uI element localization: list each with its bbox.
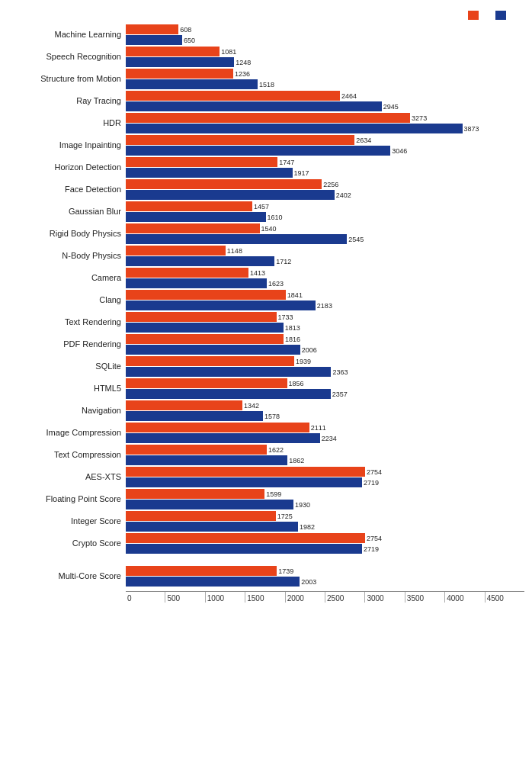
blue-bar-wrapper: 1982: [126, 522, 524, 532]
blue-bar-wrapper: 1518: [126, 79, 524, 89]
orange-bar-label: 1816: [285, 336, 300, 343]
bars-group: 15402545: [126, 223, 524, 244]
orange-bar-wrapper: 608: [126, 24, 524, 34]
orange-bar-wrapper: 2111: [126, 423, 524, 432]
row-label: Ray Tracing: [8, 96, 126, 106]
orange-bar-label: 2754: [367, 468, 382, 476]
orange-bar-wrapper: 2634: [126, 135, 524, 145]
blue-bar: [126, 212, 266, 222]
orange-bar-label: 608: [180, 26, 191, 34]
blue-bar-label: 650: [184, 37, 195, 44]
orange-bar-wrapper: 1939: [126, 356, 524, 366]
blue-bar-label: 2003: [301, 578, 316, 586]
orange-bar: [126, 312, 277, 322]
chart-row: SQLite19392363: [8, 356, 524, 377]
orange-bar-wrapper: 1622: [126, 445, 524, 455]
blue-bar-wrapper: 1813: [126, 323, 524, 333]
chart-row: Clang18412183: [8, 290, 524, 310]
blue-bar: [126, 234, 347, 244]
x-tick: 3000: [364, 592, 404, 603]
bars-group: 32733873: [126, 113, 524, 133]
orange-bar-label: 1725: [277, 513, 293, 520]
orange-bar: [126, 157, 277, 167]
blue-bar-wrapper: 3873: [126, 124, 524, 133]
orange-bar-wrapper: 1236: [126, 69, 524, 79]
chart-row: PDF Rendering18162006: [8, 334, 524, 355]
blue-bar-label: 1610: [268, 214, 283, 221]
chart-row: Rigid Body Physics15402545: [8, 223, 524, 244]
orange-bar-wrapper: 1342: [126, 400, 524, 410]
blue-bar: [126, 35, 182, 45]
chart-row: Image Inpainting26343046: [8, 135, 524, 156]
orange-bar-wrapper: 1733: [126, 312, 524, 322]
row-label: Face Detection: [8, 185, 126, 194]
blue-bar: [126, 433, 320, 443]
orange-bar: [126, 135, 354, 145]
blue-bar: [126, 190, 335, 200]
blue-bar-wrapper: 2003: [126, 577, 524, 587]
orange-bar: [126, 489, 264, 499]
orange-bar-wrapper: 2464: [126, 91, 524, 101]
orange-bar: [126, 423, 309, 432]
x-tick: 3500: [405, 592, 444, 603]
blue-bar-label: 2183: [317, 302, 332, 310]
blue-bar-label: 2006: [302, 346, 317, 354]
chart-row: AES-XTS27542719: [8, 467, 524, 487]
orange-bar-label: 2111: [311, 424, 326, 432]
row-label: Floating Point Score: [8, 494, 126, 504]
blue-bar: [126, 256, 274, 266]
blue-bar: [126, 544, 362, 554]
bars-group: 17471917: [126, 157, 524, 178]
blue-bar-wrapper: 1578: [126, 411, 524, 421]
bars-group: 17251982: [126, 511, 524, 532]
blue-bar-label: 1248: [236, 59, 251, 66]
blue-bar-wrapper: 2234: [126, 433, 524, 443]
bars-group: 10811248: [126, 47, 524, 67]
chart-row: Machine Learning608650: [8, 24, 524, 45]
orange-bar-label: 3273: [412, 114, 427, 122]
orange-bar-label: 1747: [279, 159, 294, 166]
bars-group: 11481712: [126, 246, 524, 266]
blue-bar-label: 2402: [336, 191, 351, 199]
row-label: HTML5: [8, 384, 126, 394]
bars-group: 13421578: [126, 400, 524, 421]
chart-row: Navigation13421578: [8, 400, 524, 421]
row-label: Speech Recognition: [8, 52, 126, 62]
orange-bar-wrapper: 1457: [126, 201, 524, 211]
blue-bar-label: 2945: [383, 103, 399, 111]
bars-group: 12361518: [126, 69, 524, 89]
blue-bar-label: 1578: [264, 413, 280, 420]
row-label: SQLite: [8, 362, 126, 371]
chart-row: Floating Point Score15991930: [8, 489, 524, 509]
orange-bar-wrapper: 1599: [126, 489, 524, 499]
bars-group: 17331813: [126, 312, 524, 333]
x-tick: 4500: [485, 592, 524, 603]
blue-bar-label: 2719: [364, 545, 379, 553]
bars-group: 27542719: [126, 467, 524, 487]
orange-bar-wrapper: 2754: [126, 533, 524, 543]
orange-bar: [126, 511, 276, 521]
bars-group: 18162006: [126, 334, 524, 355]
orange-bar: [126, 179, 322, 189]
blue-bar: [126, 500, 293, 509]
chart-container: Machine Learning608650Speech Recognition…: [8, 11, 524, 603]
orange-bar-label: 1622: [268, 446, 284, 454]
blue-bar-wrapper: 3046: [126, 146, 524, 156]
orange-bar: [126, 290, 286, 300]
row-label: Crypto Score: [8, 538, 126, 548]
blue-bar: [126, 522, 298, 532]
bars-group: 27542719: [126, 533, 524, 554]
row-label: Image Compression: [8, 428, 126, 438]
blue-bar-wrapper: 1930: [126, 500, 524, 509]
orange-bar-label: 1939: [296, 358, 311, 365]
blue-bar-wrapper: 1248: [126, 57, 524, 67]
chart-row: Ray Tracing24642945: [8, 91, 524, 111]
blue-bar-wrapper: 2183: [126, 301, 524, 310]
x-tick: 1000: [205, 592, 245, 603]
orange-bar: [126, 533, 365, 543]
blue-bar: [126, 301, 316, 310]
row-label: Structure from Motion: [8, 74, 126, 84]
orange-bar: [126, 24, 178, 34]
blue-bar: [126, 411, 263, 421]
blue-bar: [126, 455, 287, 465]
